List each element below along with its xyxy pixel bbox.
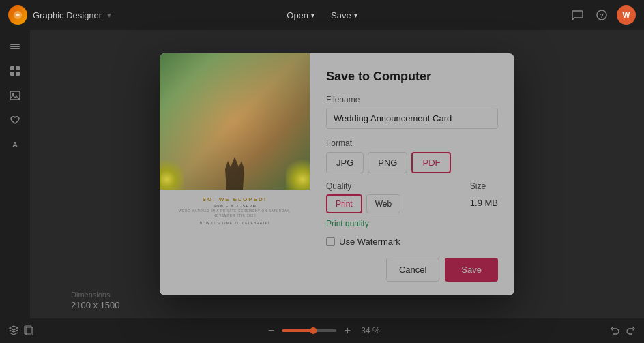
- sidebar-image-icon[interactable]: [4, 85, 26, 106]
- svg-rect-5: [10, 48, 20, 49]
- zoom-slider[interactable]: [282, 329, 336, 332]
- zoom-plus-btn[interactable]: +: [340, 325, 354, 337]
- bottom-bar: − + 34 %: [0, 318, 644, 343]
- topbar-right: ? W: [568, 5, 636, 25]
- user-avatar[interactable]: W: [617, 5, 636, 25]
- open-menu[interactable]: Open ▾: [280, 8, 321, 23]
- topbar-center: Open ▾ Save ▾: [280, 8, 364, 23]
- zoom-slider-thumb: [310, 327, 317, 334]
- topbar-left: Graphic Designer ▾: [8, 5, 111, 25]
- left-sidebar: A: [0, 30, 30, 318]
- layers-icon[interactable]: [8, 325, 19, 338]
- svg-rect-8: [10, 72, 14, 76]
- app-logo: [8, 5, 27, 25]
- svg-rect-3: [10, 44, 20, 45]
- sidebar-heart-icon[interactable]: [4, 109, 26, 131]
- svg-point-11: [12, 93, 14, 95]
- help-icon-btn[interactable]: ?: [592, 5, 611, 25]
- modal-preview-image: [160, 53, 310, 190]
- zoom-minus-btn[interactable]: −: [264, 325, 278, 337]
- redo-icon[interactable]: [625, 325, 636, 338]
- save-menu[interactable]: Save ▾: [324, 8, 364, 23]
- svg-text:?: ?: [600, 12, 604, 19]
- modal-backdrop: [30, 30, 644, 318]
- bottom-left: [8, 325, 34, 338]
- svg-text:A: A: [12, 140, 18, 149]
- zoom-value: 34 %: [361, 326, 379, 335]
- undo-icon[interactable]: [610, 325, 621, 338]
- bottom-center: − + 34 %: [264, 325, 379, 337]
- main-area: A SO, WE ELOPED! ANNIE & JOSEPH WERE MAR…: [0, 30, 644, 318]
- chat-icon: [571, 9, 583, 21]
- sidebar-text-icon[interactable]: A: [4, 134, 26, 155]
- svg-rect-4: [10, 46, 20, 47]
- bottom-right: [610, 325, 636, 338]
- svg-rect-9: [16, 72, 20, 76]
- help-icon: ?: [596, 9, 608, 21]
- chat-icon-btn[interactable]: [568, 5, 587, 25]
- app-name-chevron: ▾: [107, 10, 111, 20]
- app-name: Graphic Designer: [33, 10, 102, 20]
- pages-icon[interactable]: [23, 325, 34, 338]
- svg-rect-6: [10, 66, 14, 70]
- canvas-area: SO, WE ELOPED! ANNIE & JOSEPH WERE MARRI…: [30, 30, 644, 318]
- sidebar-grid-icon[interactable]: [4, 60, 26, 82]
- svg-rect-7: [16, 66, 20, 70]
- topbar: Graphic Designer ▾ Open ▾ Save ▾ ? W: [0, 0, 644, 30]
- sidebar-layers-icon[interactable]: [4, 35, 26, 57]
- dialog-overlay: SO, WE ELOPED! ANNIE & JOSEPH WERE MARRI…: [30, 30, 644, 318]
